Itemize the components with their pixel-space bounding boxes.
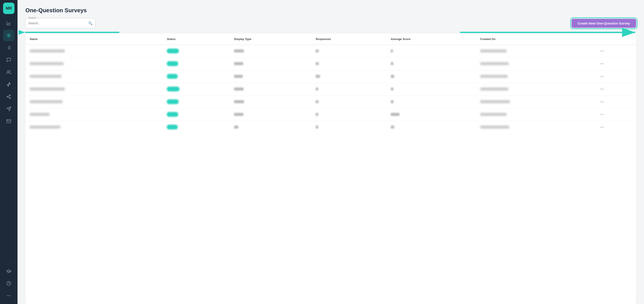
table-row[interactable]: ••• [26, 108, 636, 121]
col-display-type: Display Type [230, 33, 311, 45]
svg-line-12 [8, 96, 10, 96]
page-title: One-Question Surveys [26, 7, 636, 14]
svg-point-8 [10, 95, 11, 96]
svg-point-18 [8, 296, 9, 296]
svg-point-0 [8, 35, 10, 36]
sidebar-item-campaigns[interactable] [3, 103, 14, 115]
table-row[interactable]: ••• [26, 70, 636, 83]
toolbar: Search 🔍 Create New One-Question Survey [26, 18, 636, 28]
search-wrapper: Search 🔍 [26, 18, 96, 28]
svg-point-19 [10, 296, 10, 296]
table-row[interactable]: ••• [26, 96, 636, 108]
app-logo[interactable]: MR [3, 3, 14, 14]
col-actions [596, 33, 636, 45]
search-icon: 🔍 [88, 21, 92, 25]
sidebar-item-email[interactable] [3, 115, 14, 127]
search-box: 🔍 [26, 18, 96, 28]
col-responses: Responses [311, 33, 386, 45]
col-status: Status [162, 33, 230, 45]
svg-line-11 [8, 97, 10, 98]
sidebar-item-integrations[interactable] [3, 79, 14, 90]
table-row[interactable]: ••• [26, 58, 636, 70]
row-actions[interactable]: ••• [596, 70, 636, 83]
row-actions[interactable]: ••• [596, 96, 636, 108]
search-label: Search [28, 16, 37, 19]
table-row[interactable]: ••• [26, 83, 636, 96]
main-content: One-Question Surveys Search 🔍 Create New… [18, 0, 644, 304]
sidebar-item-contacts[interactable] [3, 66, 14, 78]
sidebar-item-academy[interactable] [3, 266, 14, 277]
row-actions[interactable]: ••• [596, 45, 636, 58]
create-survey-button[interactable]: Create New One-Question Survey [572, 19, 636, 28]
svg-point-17 [7, 296, 8, 296]
svg-point-7 [8, 70, 9, 72]
col-average-score: Average Score [386, 33, 476, 45]
sidebar-item-chat[interactable] [3, 54, 14, 66]
sidebar-item-lists[interactable] [3, 42, 14, 53]
col-name: Name [26, 33, 162, 45]
sidebar-item-flows[interactable] [3, 91, 14, 102]
row-actions[interactable]: ••• [596, 121, 636, 134]
table-row[interactable]: ••• [26, 45, 636, 58]
sidebar-divider [4, 263, 13, 263]
row-actions[interactable]: ••• [596, 83, 636, 96]
sidebar-item-surveys[interactable] [3, 30, 14, 41]
svg-point-9 [7, 96, 8, 97]
row-actions[interactable]: ••• [596, 108, 636, 121]
svg-point-10 [10, 97, 11, 99]
col-created-on: Created On [476, 33, 596, 45]
table-row[interactable]: ••• [26, 121, 636, 134]
row-actions[interactable]: ••• [596, 58, 636, 70]
sidebar-item-analytics[interactable] [3, 17, 14, 29]
sidebar-item-help[interactable] [3, 278, 14, 289]
surveys-table: Name Status Display Type Responses Avera… [26, 33, 636, 304]
sidebar: MR [0, 0, 18, 304]
search-input[interactable] [28, 21, 88, 25]
sidebar-item-more[interactable] [3, 290, 14, 301]
